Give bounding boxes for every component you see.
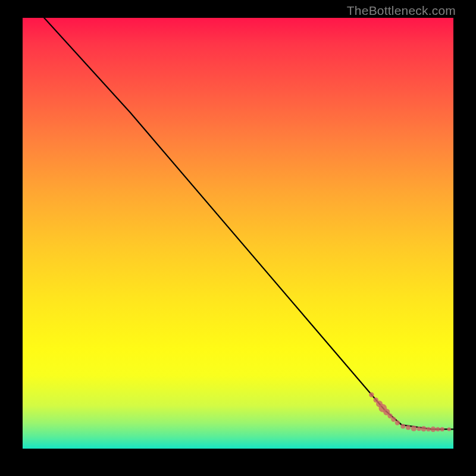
plot-background — [23, 18, 453, 449]
attribution-text: TheBottleneck.com — [347, 4, 456, 18]
chart-stage: TheBottleneck.com — [0, 0, 476, 476]
